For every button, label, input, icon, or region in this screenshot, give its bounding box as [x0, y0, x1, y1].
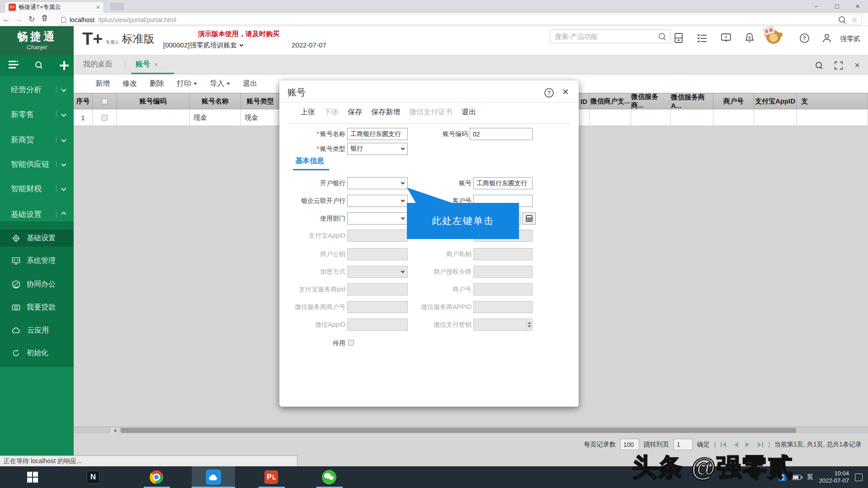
account-code-input[interactable]: [470, 128, 533, 140]
select-all-checkbox[interactable]: [102, 99, 108, 104]
sidebar-item-basic-settings-group[interactable]: 基础设置: [0, 205, 74, 223]
taskbar-app-chrome[interactable]: [143, 466, 170, 488]
sidebar-search-icon[interactable]: [35, 61, 43, 70]
back-icon[interactable]: ←: [0, 15, 13, 24]
dialog-close-icon[interactable]: ×: [562, 85, 569, 98]
save-button[interactable]: 保存: [348, 108, 362, 117]
print-button[interactable]: 打印: [177, 79, 197, 89]
add-icon[interactable]: [60, 61, 69, 70]
wechat-cert-button[interactable]: 微信支付证书: [409, 108, 453, 117]
col-header-account-type[interactable]: 账号类型: [241, 94, 280, 109]
account-name-input[interactable]: [347, 128, 408, 140]
forward-icon[interactable]: →: [13, 15, 25, 24]
confirm-button[interactable]: 确定: [697, 441, 710, 449]
reload-icon[interactable]: ↻: [25, 14, 38, 24]
row-checkbox[interactable]: [102, 115, 108, 121]
col-header-pay-truncated[interactable]: 支: [797, 94, 868, 109]
submenu-item-collaboration[interactable]: 协同办公: [0, 276, 74, 293]
account-set-selector[interactable]: [000002]强零贰培训账套: [163, 41, 243, 50]
product-search-input[interactable]: [555, 33, 659, 40]
scrollbar-left-arrow[interactable]: [111, 427, 119, 433]
notification-center-icon[interactable]: [855, 474, 863, 481]
department-select[interactable]: [347, 212, 408, 225]
save-and-new-button[interactable]: 保存新增: [371, 108, 400, 117]
horizontal-scrollbar[interactable]: [74, 427, 868, 433]
sidebar-item-business-analysis[interactable]: 经营分析: [0, 80, 74, 99]
basic-info-tab[interactable]: 基本信息: [295, 156, 324, 166]
workspace-search-icon[interactable]: [816, 62, 823, 69]
col-header-wechat-merchant[interactable]: 微信商户支...: [590, 94, 631, 109]
tab-account[interactable]: 账号 ×: [136, 60, 158, 69]
help-icon[interactable]: ?: [798, 32, 810, 44]
window-close-button[interactable]: ×: [847, 0, 868, 13]
prev-page-icon[interactable]: [733, 441, 739, 448]
dialog-exit-button[interactable]: 退出: [462, 108, 476, 117]
tab-close-icon[interactable]: ×: [96, 4, 100, 11]
taskbar-app-powerpoint[interactable]: P: [258, 466, 285, 488]
import-button[interactable]: 导入: [210, 79, 230, 89]
browser-tab[interactable]: T+ 畅捷通T+专属云 ×: [5, 1, 104, 13]
tab-my-desktop[interactable]: 我的桌面: [83, 60, 112, 69]
col-header-wechat-provider-a[interactable]: 微信服务商A...: [671, 94, 713, 109]
submenu-item-basic-settings[interactable]: 基础设置: [0, 230, 74, 247]
edit-button[interactable]: 修改: [123, 79, 137, 89]
sidebar-item-supply-chain[interactable]: 智能供应链: [0, 155, 74, 173]
product-search-box[interactable]: [550, 29, 671, 43]
bell-icon[interactable]: [744, 32, 755, 44]
fullscreen-icon[interactable]: [835, 61, 843, 70]
checklist-icon[interactable]: [696, 32, 708, 44]
prev-record-button[interactable]: 上张: [301, 108, 315, 117]
start-button[interactable]: [19, 466, 46, 488]
user-icon[interactable]: [821, 32, 833, 44]
col-header-alipay-appid[interactable]: 支付宝AppID: [754, 94, 797, 109]
submenu-item-cloud-apps[interactable]: 云应用: [0, 322, 74, 339]
tray-clock[interactable]: 10:04 2022-07-07: [819, 470, 849, 484]
col-header-account-name[interactable]: 账号名称: [190, 94, 241, 109]
message-icon[interactable]: [720, 32, 732, 44]
col-header-index[interactable]: 序号: [74, 94, 93, 109]
zoom-search-icon[interactable]: [839, 16, 846, 23]
last-page-icon[interactable]: [757, 441, 764, 448]
account-number-input[interactable]: [473, 177, 533, 189]
new-tab-button[interactable]: [110, 3, 124, 10]
calculator-icon[interactable]: [673, 32, 684, 44]
tab-account-close-icon[interactable]: ×: [154, 61, 158, 68]
submenu-item-loan[interactable]: 我要贷款: [0, 299, 74, 316]
page-size-input[interactable]: [620, 439, 639, 450]
spinner-control[interactable]: [526, 319, 532, 331]
taskbar-app-tplus-cloud[interactable]: [192, 466, 235, 488]
col-header-account-code[interactable]: 账号编码: [117, 94, 190, 109]
username-label[interactable]: 强零贰: [840, 35, 860, 43]
sidebar-item-new-retail[interactable]: 新零售: [0, 105, 74, 123]
window-maximize-button[interactable]: □: [826, 0, 847, 13]
delete-button[interactable]: 删除: [150, 79, 164, 89]
next-record-button[interactable]: 下张: [324, 108, 339, 117]
dialog-help-icon[interactable]: ?: [544, 88, 554, 98]
sidebar-item-smart-tax[interactable]: 智能财税: [0, 179, 74, 197]
bookmark-star-icon[interactable]: ☆: [851, 15, 858, 24]
first-page-icon[interactable]: [720, 441, 727, 448]
sidebar-item-new-trade[interactable]: 新商贸: [0, 131, 74, 149]
account-type-select[interactable]: 银行: [347, 143, 408, 155]
taskbar-app-n[interactable]: N: [80, 466, 107, 488]
calculator-picker-button[interactable]: [522, 212, 536, 225]
col-header-merchant-no[interactable]: 商户号: [713, 94, 754, 109]
stop-use-checkbox[interactable]: [348, 340, 354, 346]
window-minimize-button[interactable]: −: [806, 0, 826, 13]
menu-hamburger-icon[interactable]: [8, 61, 19, 70]
add-button[interactable]: 新增: [95, 79, 110, 89]
url-field[interactable]: localhost/tplus/view/portal/portal.html …: [57, 14, 862, 25]
goto-page-input[interactable]: [674, 439, 693, 450]
scrollbar-thumb[interactable]: [121, 428, 796, 433]
col-header-checkbox[interactable]: [93, 94, 117, 109]
submenu-item-system-management[interactable]: 系统管理: [0, 252, 74, 269]
customer-service-avatar[interactable]: 客服: [765, 28, 783, 46]
workspace-close-icon[interactable]: ×: [854, 60, 860, 70]
search-icon[interactable]: [659, 33, 666, 40]
submenu-item-initialization[interactable]: 初始化: [0, 344, 74, 361]
exit-button[interactable]: 退出: [243, 79, 257, 89]
next-page-icon[interactable]: [745, 441, 750, 448]
taskbar-app-wechat[interactable]: [316, 466, 343, 488]
trash-icon[interactable]: [38, 14, 51, 24]
col-header-wechat-provider[interactable]: 微信服务商...: [631, 94, 671, 109]
